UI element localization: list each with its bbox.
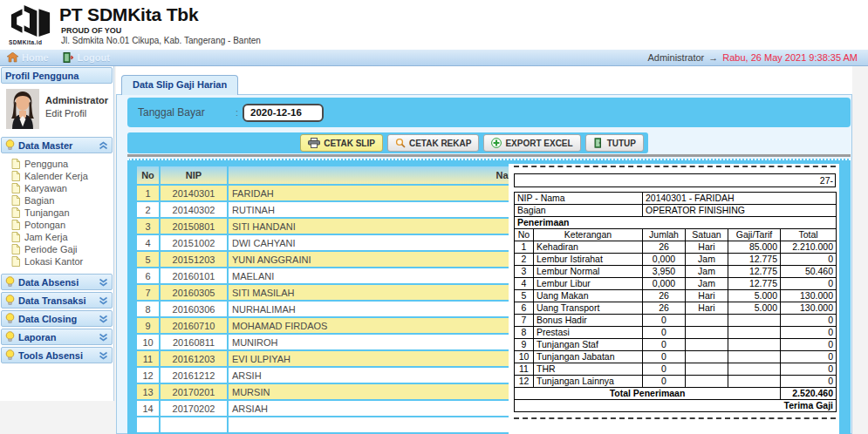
sidebar-section-data-master[interactable]: Data Master <box>1 137 113 153</box>
cell-no[interactable]: 14 <box>137 401 159 416</box>
cell-nip[interactable]: 20150801 <box>161 219 227 234</box>
cell-nip[interactable]: 20140301 <box>161 186 227 200</box>
chevron-double-up-icon[interactable] <box>99 141 108 150</box>
slip-cell-keterangan: Lembur Libur <box>534 278 643 290</box>
chevron-double-down-icon[interactable] <box>99 278 108 287</box>
cell-no[interactable]: 12 <box>137 368 159 383</box>
cell-no[interactable]: 3 <box>137 219 159 234</box>
page-icon <box>11 159 20 169</box>
cell-nip[interactable]: 20151002 <box>161 235 227 250</box>
sidebar-item[interactable]: Lokasi Kantor <box>11 255 113 268</box>
sidebar-item-label: Tunjangan <box>24 207 70 218</box>
chevron-double-down-icon[interactable] <box>99 296 108 305</box>
sidebar-item[interactable]: Kalender Kerja <box>11 170 113 182</box>
page-icon <box>11 207 20 218</box>
current-datetime: Rabu, 26 May 2021 9:38:35 AM <box>722 52 858 63</box>
sidebar-item[interactable]: Potongan <box>11 219 113 231</box>
cell-no[interactable]: 7 <box>137 285 159 300</box>
chevron-double-down-icon[interactable] <box>99 333 108 342</box>
page-icon <box>11 195 20 206</box>
cell-nip[interactable]: 20151203 <box>161 252 227 267</box>
sidebar-item[interactable]: Pengguna <box>11 158 113 170</box>
home-label: Home <box>22 52 49 63</box>
slip-cell-no: 7 <box>515 315 534 327</box>
sidebar-item[interactable]: Bagian <box>11 194 113 207</box>
slip-cell-no: 1 <box>515 241 534 254</box>
cell-no[interactable]: 1 <box>137 186 159 200</box>
cell-no[interactable]: 8 <box>137 302 159 316</box>
slip-cell-satuan: Jam <box>686 278 728 290</box>
cell-nip[interactable]: 20160306 <box>161 302 227 316</box>
chevron-double-down-icon[interactable] <box>99 315 108 323</box>
cell-no[interactable]: 2 <box>137 202 159 217</box>
sidebar-item[interactable]: Karyawan <box>11 182 113 194</box>
cell-nip[interactable]: 20161212 <box>161 368 227 383</box>
cell-nip[interactable]: 20160101 <box>161 268 227 283</box>
button-label: EXPORT EXCEL <box>505 139 572 148</box>
slip-cell-jumlah: 0 <box>643 315 686 327</box>
bulb-icon <box>5 349 15 361</box>
data-master-items: Pengguna Kalender Kerja Karyawan <box>1 154 113 272</box>
slip-cell-total: 2.210.000 <box>781 241 837 254</box>
slip-cell-total: 0 <box>781 327 837 339</box>
slip-cell-keterangan: Uang Transport <box>534 302 643 315</box>
bulb-icon <box>5 276 15 288</box>
page-icon <box>11 244 20 254</box>
tanggal-bayar-input[interactable] <box>243 104 324 122</box>
cell-nip[interactable]: 20161203 <box>161 351 227 366</box>
tab-data-slip-gaji-harian[interactable]: Data Slip Gaji Harian <box>121 75 238 95</box>
slip-cell-total: 0 <box>781 351 837 363</box>
cetak-slip-button[interactable]: CETAK SLIP <box>300 134 383 152</box>
slip-cell-keterangan: Bonus Hadir <box>534 315 643 327</box>
slip-cell-no: 5 <box>515 290 534 302</box>
sidebar-section-collapsed[interactable]: Laporan <box>1 329 113 345</box>
cetak-rekap-button[interactable]: CETAK REKAP <box>387 134 479 152</box>
slip-dashed-divider-bottom <box>514 417 836 419</box>
sidebar-item[interactable]: Tunjangan <box>11 207 113 219</box>
tutup-button[interactable]: TUTUP <box>585 134 644 152</box>
session-info: Administrator → Rabu, 26 May 2021 9:38:3… <box>647 52 861 63</box>
slip-col-total: Total <box>781 229 837 241</box>
cell-nip[interactable]: 20170202 <box>161 401 227 416</box>
cell-no[interactable]: 11 <box>137 351 159 366</box>
chevron-double-down-icon[interactable] <box>99 351 108 360</box>
cell-nip[interactable]: 20170201 <box>161 384 227 399</box>
slip-cell-keterangan: Prestasi <box>534 327 643 339</box>
toolbar: CETAK SLIP CETAK REKAP EXPORT EXCEL TUTU… <box>127 132 648 153</box>
section-label: Data Master <box>18 140 72 151</box>
filter-bar: Tanggal Bayar : <box>127 98 851 127</box>
sidebar-item-label: Kalender Kerja <box>24 171 88 181</box>
sidebar-item[interactable]: Jam Kerja <box>11 231 113 243</box>
sidebar-section-collapsed[interactable]: Data Absensi <box>1 274 113 290</box>
arrow-glyph: → <box>708 52 718 63</box>
slip-row: 11 THR 0 0 <box>515 363 837 376</box>
cell-no[interactable]: 13 <box>137 384 159 399</box>
export-excel-button[interactable]: EXPORT EXCEL <box>483 134 580 152</box>
slip-cell-total: 0 <box>781 315 837 327</box>
sidebar-item[interactable]: Periode Gaji <box>11 243 113 255</box>
cell-no[interactable]: 10 <box>137 335 159 349</box>
cell-no[interactable]: 5 <box>137 252 159 267</box>
home-button[interactable]: Home <box>7 52 49 63</box>
cell-nip[interactable]: 20160305 <box>161 285 227 300</box>
cell-nip[interactable]: 20160710 <box>161 318 227 333</box>
sidebar-section-collapsed[interactable]: Tools Absensi <box>1 347 113 363</box>
bulb-icon <box>5 313 15 324</box>
sidebar-item-label: Bagian <box>24 195 54 206</box>
slip-cell-jumlah: 26 <box>643 241 686 254</box>
slip-row: 8 Prestasi 0 0 <box>515 327 837 339</box>
exit-icon <box>593 138 604 148</box>
cell-no[interactable]: 4 <box>137 235 159 250</box>
cell-nip[interactable]: 20160811 <box>161 335 227 349</box>
cell-nip[interactable]: 20140302 <box>161 202 227 217</box>
slip-row: 10 Tunjangan Jabatan 0 0 <box>515 351 837 363</box>
cell-no[interactable]: 6 <box>137 268 159 283</box>
slip-row: 6 Uang Transport 26 Hari 5.000 130.000 <box>515 302 837 315</box>
tanggal-bayar-label: Tanggal Bayar <box>138 106 236 119</box>
edit-profile-link[interactable]: Edit Profil <box>45 108 108 119</box>
logout-button[interactable]: Logout <box>63 52 110 63</box>
logout-icon <box>63 52 74 63</box>
sidebar-section-collapsed[interactable]: Data Transaksi <box>1 292 113 309</box>
cell-no[interactable]: 9 <box>137 318 159 333</box>
sidebar-section-collapsed[interactable]: Data Closing <box>1 310 113 327</box>
